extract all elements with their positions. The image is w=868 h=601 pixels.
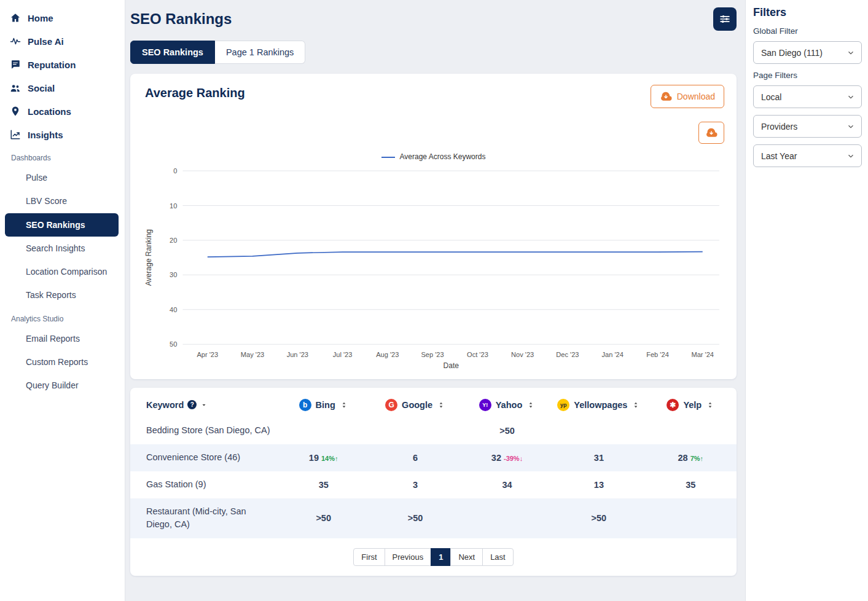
average-ranking-chart: 01020304050Apr '23May '23Jun '23Jul '23A… — [143, 162, 724, 373]
yelp-icon: ✱ — [667, 399, 679, 411]
download-button[interactable]: Download — [651, 85, 724, 108]
ranking-value: 6 — [413, 453, 418, 463]
page-filter-local-select[interactable]: Local — [753, 85, 862, 108]
sidebar-item-locations[interactable]: Locations — [0, 100, 125, 123]
ranking-cell: 287%↑ — [645, 453, 737, 463]
pagination-next-button[interactable]: Next — [450, 548, 483, 566]
svg-text:10: 10 — [170, 202, 177, 210]
filters-toggle-button[interactable] — [713, 7, 737, 31]
ranking-cell: 35 — [645, 480, 737, 490]
ranking-value: >50 — [499, 426, 515, 436]
yellowpages-icon: yp — [557, 399, 569, 411]
ranking-cell: >50 — [461, 426, 553, 436]
page-filters-label: Page Filters — [753, 71, 862, 80]
tab-seo-rankings[interactable]: SEO Rankings — [130, 41, 215, 64]
keyword-column-header[interactable]: Keyword? — [130, 400, 278, 410]
nav-sections: DashboardsPulseLBV ScoreSEO RankingsSear… — [0, 146, 125, 398]
sidebar-item-pulse-ai[interactable]: Pulse Ai — [0, 29, 125, 53]
yahoo-icon: Y! — [479, 399, 491, 411]
sort-icon[interactable] — [526, 401, 535, 409]
ranking-value: 34 — [502, 480, 512, 490]
sort-icon[interactable] — [437, 401, 445, 409]
chart-card-header: Average Ranking Download — [143, 85, 724, 108]
pagination: FirstPrevious1NextLast — [130, 548, 737, 566]
pagination-first-button[interactable]: First — [353, 548, 385, 566]
ranking-cell: 6 — [369, 453, 461, 463]
cloud-download-icon — [705, 127, 717, 139]
keyword-cell: Convenience Store (46) — [130, 444, 278, 471]
bing-icon: b — [299, 399, 311, 411]
sidebar-item-search-insights[interactable]: Search Insights — [0, 237, 125, 260]
global-filter-select[interactable]: San Diego (111) — [753, 41, 862, 64]
ranking-cell: >50 — [369, 513, 461, 523]
sort-icon[interactable] — [631, 401, 640, 409]
rankings-table-card: Keyword?bBingGGoogleY!YahooypYellowpages… — [130, 388, 737, 576]
page-filter-date-range-select[interactable]: Last Year — [753, 144, 862, 167]
page-filter-providers-select[interactable]: Providers — [753, 115, 862, 138]
sidebar-item-reputation[interactable]: Reputation — [0, 53, 125, 76]
sidebar-item-task-reports[interactable]: Task Reports — [0, 283, 125, 307]
ranking-cell: 34 — [461, 480, 553, 490]
svg-text:Average Ranking: Average Ranking — [144, 229, 153, 286]
legend-label: Average Across Keywords — [400, 152, 486, 161]
ranking-value: 31 — [594, 453, 604, 463]
column-label: Bing — [316, 400, 335, 410]
sidebar-item-social[interactable]: Social — [0, 76, 125, 100]
column-header-yahoo[interactable]: Y!Yahoo — [461, 399, 553, 411]
chat-icon — [10, 59, 21, 70]
help-icon[interactable]: ? — [187, 400, 197, 409]
tab-page-1-rankings[interactable]: Page 1 Rankings — [215, 41, 305, 64]
sidebar-item-label: Reputation — [28, 60, 76, 70]
insights-icon — [10, 129, 21, 140]
sidebar-item-location-comparison[interactable]: Location Comparison — [0, 260, 125, 283]
chevron-down-icon — [846, 152, 855, 160]
column-header-yellowpages[interactable]: ypYellowpages — [553, 399, 644, 411]
svg-text:Feb '24: Feb '24 — [646, 351, 669, 358]
table-row: Bedding Store (San Diego, CA)>50 — [130, 417, 737, 444]
svg-text:Mar '24: Mar '24 — [691, 351, 714, 358]
sort-icon[interactable] — [340, 401, 348, 409]
sidebar-item-seo-rankings[interactable]: SEO Rankings — [5, 213, 119, 237]
sidebar-item-pulse[interactable]: Pulse — [0, 166, 125, 189]
google-icon: G — [385, 399, 397, 411]
chart-download-button[interactable] — [698, 122, 724, 144]
chevron-down-icon — [846, 93, 855, 101]
sidebar-item-query-builder[interactable]: Query Builder — [0, 374, 125, 397]
svg-text:Dec '23: Dec '23 — [556, 351, 579, 358]
global-filter-value: San Diego (111) — [761, 48, 823, 58]
column-header-bing[interactable]: bBing — [278, 399, 369, 411]
filters-panel: Filters Global Filter San Diego (111) Pa… — [745, 0, 868, 601]
ranking-change: 7%↑ — [690, 455, 703, 462]
column-label: Yellowpages — [574, 400, 627, 410]
sidebar-item-lbv-score[interactable]: LBV Score — [0, 189, 125, 213]
sort-icon[interactable] — [706, 401, 714, 409]
caret-down-icon — [200, 401, 208, 409]
global-filter-label: Global Filter — [753, 26, 862, 36]
svg-text:Jul '23: Jul '23 — [333, 351, 353, 358]
pagination-previous-button[interactable]: Previous — [385, 548, 432, 566]
ranking-cell: 1914%↑ — [278, 453, 369, 463]
column-header-yelp[interactable]: ✱Yelp — [645, 399, 737, 411]
sliders-icon — [719, 13, 731, 25]
svg-text:Jan '24: Jan '24 — [601, 351, 623, 358]
tabs: SEO Rankings Page 1 Rankings — [130, 41, 737, 64]
page-filter-date-range-value: Last Year — [761, 151, 797, 161]
filters-title: Filters — [753, 6, 862, 19]
ranking-cell: 31 — [553, 453, 644, 463]
sidebar-item-home[interactable]: Home — [0, 6, 125, 29]
pagination-last-button[interactable]: Last — [482, 548, 514, 566]
sidebar-item-insights[interactable]: Insights — [0, 123, 125, 146]
keyword-cell: Gas Station (9) — [130, 471, 278, 498]
chart-toolbar — [143, 122, 724, 144]
pagination-1-button[interactable]: 1 — [431, 548, 451, 566]
chart-legend: Average Across Keywords — [143, 152, 724, 161]
column-header-google[interactable]: GGoogle — [369, 399, 461, 411]
table-row: Restaurant (Mid-city, San Diego, CA)>50>… — [130, 498, 737, 539]
home-icon — [10, 12, 21, 23]
sidebar-item-custom-reports[interactable]: Custom Reports — [0, 350, 125, 374]
sidebar-item-email-reports[interactable]: Email Reports — [0, 327, 125, 350]
ranking-value: >50 — [592, 513, 607, 523]
svg-text:Nov '23: Nov '23 — [511, 351, 534, 358]
column-label: Yahoo — [496, 400, 523, 410]
sidebar-item-label: Locations — [28, 106, 71, 117]
